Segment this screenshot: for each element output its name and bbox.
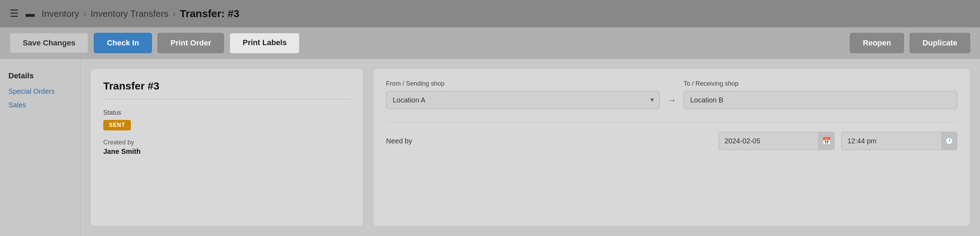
from-shop-select-wrapper: Location A ▼ [386, 91, 660, 109]
duplicate-button[interactable]: Duplicate [910, 33, 970, 53]
save-changes-button[interactable]: Save Changes [10, 33, 88, 53]
to-shop-label: To / Receiving shop [684, 80, 957, 87]
reopen-button[interactable]: Reopen [850, 33, 904, 53]
sidebar-details-label: Details [8, 71, 72, 81]
transfer-card-title: Transfer #3 [103, 80, 350, 99]
calendar-icon: 📅 [822, 137, 831, 145]
inventory-icon: ▬ [25, 8, 35, 19]
calendar-icon-button[interactable]: 📅 [819, 132, 834, 150]
time-input-wrapper: 🕐 [842, 132, 957, 150]
to-shop-input[interactable] [684, 91, 957, 109]
time-input[interactable] [842, 132, 942, 150]
sidebar-item-sales[interactable]: Sales [8, 101, 72, 109]
hamburger-menu-icon[interactable]: ☰ [10, 9, 19, 19]
content-area: Transfer #3 Status SENT Created by Jane … [81, 59, 980, 236]
breadcrumb-sep2: › [173, 8, 176, 19]
top-nav-bar: ☰ ▬ Inventory › Inventory Transfers › Tr… [0, 0, 980, 27]
shop-row: From / Sending shop Location A ▼ → To / … [386, 80, 957, 109]
print-order-button[interactable]: Print Order [158, 33, 224, 53]
date-input-wrapper: 📅 [719, 132, 834, 150]
status-badge: SENT [103, 120, 131, 130]
right-panel: From / Sending shop Location A ▼ → To / … [373, 68, 970, 226]
breadcrumb-inventory[interactable]: Inventory [41, 8, 79, 19]
clock-icon-button[interactable]: 🕐 [942, 132, 957, 150]
check-in-button[interactable]: Check In [94, 33, 152, 53]
clock-icon: 🕐 [945, 137, 954, 145]
from-shop-select[interactable]: Location A [386, 91, 660, 109]
to-shop-group: To / Receiving shop [684, 80, 957, 109]
created-by-name: Jane Smith [103, 147, 350, 155]
transfer-card: Transfer #3 Status SENT Created by Jane … [90, 68, 363, 226]
main-content: Details Special Orders Sales Transfer #3… [0, 59, 980, 236]
breadcrumb: Inventory › Inventory Transfers › Transf… [41, 8, 239, 20]
need-by-row: Need by 📅 🕐 [386, 122, 957, 150]
status-field-label: Status [103, 109, 350, 116]
breadcrumb-current-transfer: Transfer: #3 [180, 8, 239, 20]
date-input[interactable] [719, 132, 819, 150]
from-shop-label: From / Sending shop [386, 80, 660, 87]
shop-arrow-icon: → [667, 95, 676, 106]
sidebar: Details Special Orders Sales [0, 59, 81, 236]
sidebar-item-special-orders[interactable]: Special Orders [8, 87, 72, 95]
from-shop-group: From / Sending shop Location A ▼ [386, 80, 660, 109]
toolbar-right-actions: Reopen Duplicate [850, 33, 970, 53]
need-by-label: Need by [386, 137, 711, 145]
print-labels-button[interactable]: Print Labels [230, 33, 300, 53]
breadcrumb-sep1: › [83, 8, 86, 19]
toolbar: Save Changes Check In Print Order Print … [0, 27, 980, 59]
created-by-label: Created by [103, 139, 350, 146]
breadcrumb-inventory-transfers[interactable]: Inventory Transfers [91, 8, 169, 19]
